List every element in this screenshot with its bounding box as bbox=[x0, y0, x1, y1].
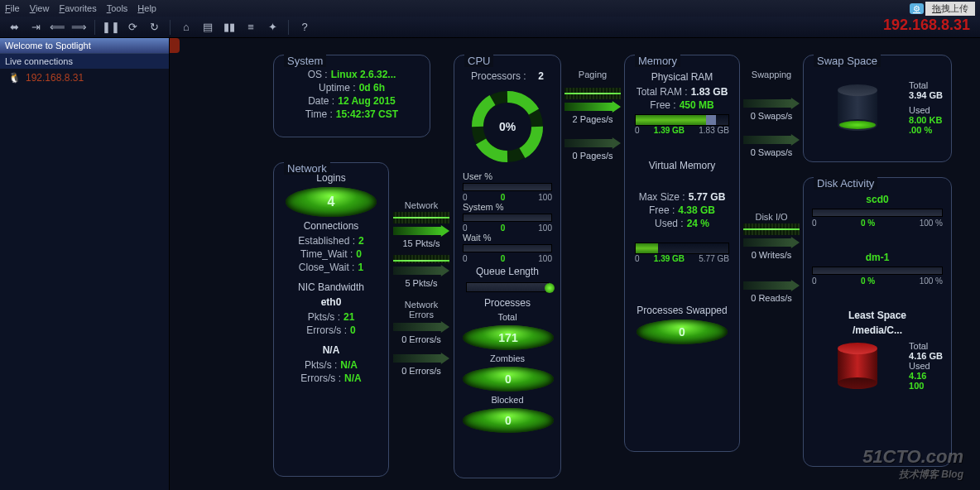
sparkline bbox=[393, 255, 449, 263]
panel-title: Disk Activity bbox=[814, 177, 877, 190]
toolbar: ⬌ ⇥ ⟸ ⟹ ❚❚ ⟳ ↻ ⌂ ▤ ▮▮ ≡ ✦ ? bbox=[0, 17, 980, 38]
nic-heading: NIC Bandwidth bbox=[282, 281, 380, 293]
arrow-icon bbox=[743, 237, 800, 248]
gear-icon[interactable]: ✦ bbox=[265, 20, 280, 35]
diskio-flow: Disk I/O 0 Writes/s 0 Reads/s bbox=[743, 212, 800, 303]
dashboard: System OS :Linux 2.6.32... Uptime :0d 6h… bbox=[182, 38, 977, 487]
connection-item[interactable]: 🐧 192.168.8.31 bbox=[0, 69, 169, 87]
disk-panel: Disk Activity scd0 00 %100 % dm-1 00 %10… bbox=[803, 177, 952, 467]
swapping-flow: Swapping 0 Swaps/s 0 Swaps/s bbox=[743, 70, 800, 157]
nic1-name: N/A bbox=[282, 344, 380, 356]
menu-favorites[interactable]: Favorites bbox=[59, 3, 96, 13]
processes-total: 171 bbox=[463, 325, 554, 350]
connect-icon[interactable]: ⬌ bbox=[7, 20, 22, 35]
left-panel: Welcome to Spotlight Live connections 🐧 … bbox=[0, 38, 170, 490]
arrow-icon bbox=[393, 265, 449, 276]
db-icon[interactable]: ≡ bbox=[243, 20, 258, 35]
paging-flow: Paging 2 Pages/s 0 Pages/s bbox=[564, 70, 621, 161]
arrow-icon bbox=[564, 101, 621, 113]
panel-title: Memory bbox=[635, 55, 680, 67]
arrow-icon bbox=[743, 134, 800, 146]
connection-ip: 192.168.8.31 bbox=[26, 72, 84, 84]
upload-label: 拖拽上传 bbox=[925, 2, 975, 16]
logins-value: 4 bbox=[286, 187, 377, 217]
collapse-handle[interactable] bbox=[170, 38, 180, 53]
sparkline bbox=[743, 223, 800, 235]
refresh-icon[interactable]: ⟳ bbox=[125, 20, 140, 35]
processes-swapped: 0 bbox=[637, 319, 728, 344]
arrow-icon bbox=[393, 353, 449, 364]
left-title: Welcome to Spotlight bbox=[0, 38, 169, 53]
menubar: File View Favorites Tools Help ⚙ 拖拽上传 bbox=[0, 0, 980, 17]
swap-panel: Swap Space Total 3.94 GB Used 8.00 KB .0… bbox=[803, 55, 952, 162]
nic0-name: eth0 bbox=[282, 296, 380, 308]
chart-icon[interactable]: ▮▮ bbox=[222, 20, 237, 35]
panel-title: Network bbox=[284, 162, 330, 175]
forward-icon[interactable]: ⟹ bbox=[71, 20, 86, 35]
panel-title: CPU bbox=[464, 55, 493, 67]
back-icon[interactable]: ⟸ bbox=[50, 20, 65, 35]
arrow-icon bbox=[743, 280, 800, 291]
network-flow: Network 15 Pkts/s 5 Pkts/s Network Error… bbox=[393, 200, 449, 376]
menu-help[interactable]: Help bbox=[137, 3, 156, 13]
cpu-panel: CPU Processors : 2 0% User % 00100 Syste… bbox=[454, 55, 561, 478]
menu-file[interactable]: File bbox=[5, 3, 20, 13]
network-panel: Network Logins 4 Connections Established… bbox=[273, 162, 389, 477]
arrow-icon bbox=[393, 321, 449, 333]
cylinder-icon bbox=[838, 84, 877, 131]
penguin-icon: 🐧 bbox=[8, 72, 21, 84]
disconnect-icon[interactable]: ⇥ bbox=[28, 20, 43, 35]
system-panel: System OS :Linux 2.6.32... Uptime :0d 6h… bbox=[273, 55, 430, 137]
list-icon[interactable]: ▤ bbox=[200, 20, 215, 35]
upload-button[interactable]: ⚙ 拖拽上传 bbox=[910, 2, 975, 16]
sparkline bbox=[564, 88, 621, 99]
pause-icon[interactable]: ❚❚ bbox=[103, 20, 118, 35]
cpu-donut: 0% bbox=[466, 85, 549, 168]
memory-panel: Memory Physical RAM Total RAM :1.83 GB F… bbox=[624, 55, 740, 452]
refresh-all-icon[interactable]: ↻ bbox=[147, 20, 161, 35]
arrow-icon bbox=[393, 225, 449, 237]
panel-title: Swap Space bbox=[814, 55, 881, 67]
connections-heading: Connections bbox=[282, 220, 380, 232]
arrow-icon bbox=[743, 98, 800, 109]
cylinder-red-icon bbox=[838, 343, 877, 389]
processes-zombies: 0 bbox=[463, 367, 554, 392]
processes-blocked: 0 bbox=[463, 408, 554, 433]
share-icon: ⚙ bbox=[910, 3, 924, 14]
menu-tools[interactable]: Tools bbox=[107, 3, 128, 13]
sparkline bbox=[393, 212, 449, 223]
arrow-icon bbox=[564, 137, 621, 149]
queue-bar bbox=[466, 282, 549, 292]
panel-title: System bbox=[284, 55, 326, 67]
home-icon[interactable]: ⌂ bbox=[179, 20, 194, 35]
menu-view[interactable]: View bbox=[30, 3, 50, 13]
help-icon[interactable]: ? bbox=[297, 20, 312, 35]
host-ip: 192.168.8.31 bbox=[883, 17, 970, 34]
left-section[interactable]: Live connections bbox=[0, 53, 169, 69]
